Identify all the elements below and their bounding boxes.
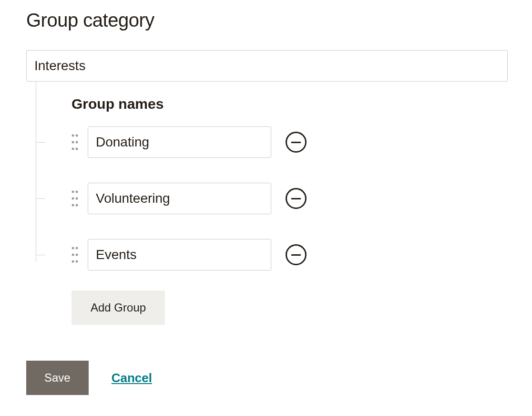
tree-connector-horizontal: [36, 142, 45, 143]
add-group-button[interactable]: Add Group: [72, 291, 165, 325]
tree-connector-horizontal: [36, 198, 45, 199]
remove-group-button[interactable]: [286, 188, 307, 209]
drag-handle-icon[interactable]: [72, 246, 78, 263]
group-name-input[interactable]: [88, 126, 271, 158]
remove-group-button[interactable]: [286, 132, 307, 153]
group-category-input[interactable]: [26, 50, 508, 82]
minus-icon: [291, 198, 301, 199]
svg-point-10: [72, 204, 74, 207]
svg-point-15: [76, 254, 78, 256]
svg-point-3: [76, 141, 78, 144]
group-names-heading: Group names: [72, 96, 506, 112]
svg-point-6: [72, 191, 74, 193]
group-row: [72, 239, 506, 270]
group-name-input[interactable]: [88, 239, 271, 270]
svg-point-9: [76, 198, 78, 200]
svg-point-16: [72, 260, 74, 263]
minus-icon: [291, 142, 301, 143]
tree-connector-vertical: [36, 82, 36, 262]
svg-point-11: [76, 204, 78, 207]
svg-point-5: [76, 148, 78, 150]
svg-point-12: [72, 247, 74, 250]
page-title: Group category: [26, 10, 506, 31]
svg-point-2: [72, 141, 74, 144]
svg-point-1: [76, 135, 78, 137]
svg-point-13: [76, 247, 78, 250]
drag-handle-icon[interactable]: [72, 134, 78, 151]
tree-connector-horizontal: [36, 255, 45, 255]
svg-point-14: [72, 254, 74, 256]
svg-point-4: [72, 148, 74, 150]
minus-icon: [291, 254, 301, 256]
drag-handle-icon[interactable]: [72, 190, 78, 207]
save-button[interactable]: Save: [26, 361, 89, 395]
svg-point-8: [72, 198, 74, 200]
cancel-link[interactable]: Cancel: [112, 371, 152, 385]
remove-group-button[interactable]: [286, 244, 307, 265]
group-row: [72, 183, 506, 214]
svg-point-7: [76, 191, 78, 193]
group-name-input[interactable]: [88, 183, 271, 214]
svg-point-17: [76, 260, 78, 263]
group-row: [72, 126, 506, 158]
svg-point-0: [72, 135, 74, 137]
